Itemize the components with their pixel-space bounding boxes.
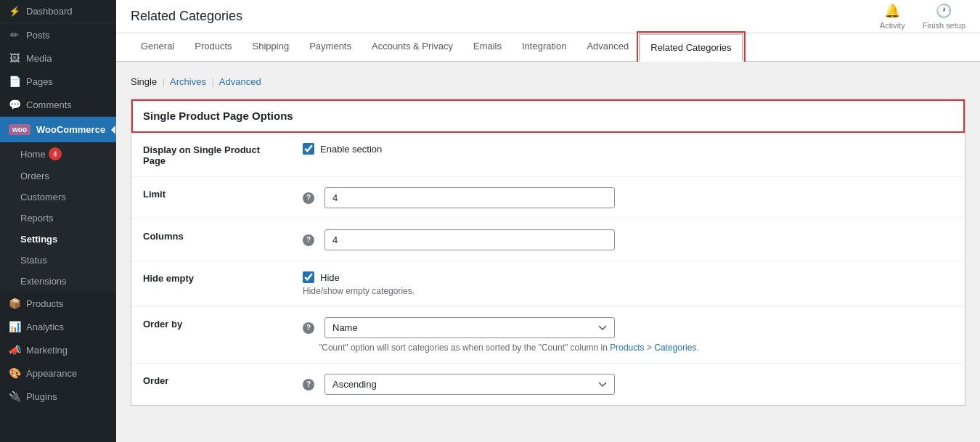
sub-tab-advanced[interactable]: Advanced — [219, 76, 261, 87]
appearance-icon: 🎨 — [9, 367, 20, 379]
order-label-cell: Order — [131, 364, 291, 406]
order-by-control: ? Name Count Slug Term ID "Count" option… — [291, 307, 965, 364]
sidebar-item-home[interactable]: Home 4 — [0, 142, 116, 165]
hide-empty-hint: Hide/show empty categories. — [303, 286, 953, 296]
limit-help-icon[interactable]: ? — [303, 192, 314, 204]
enable-section-checkbox[interactable] — [303, 143, 314, 155]
sidebar-item-appearance[interactable]: 🎨 Appearance — [0, 361, 116, 385]
woo-icon: woo — [9, 124, 30, 135]
posts-label: Posts — [26, 30, 50, 41]
sidebar-item-settings[interactable]: Settings — [0, 229, 116, 250]
sidebar-item-extensions[interactable]: Extensions — [0, 271, 116, 292]
topbar: Related Categories 🔔 Activity 🕐 Finish s… — [116, 0, 980, 33]
products-categories-link[interactable]: Products > Categories — [610, 343, 696, 353]
order-by-label-cell: Order by — [131, 307, 291, 364]
woocommerce-header[interactable]: woo WooCommerce — [0, 117, 116, 142]
order-label: Order — [143, 375, 168, 386]
analytics-label: Analytics — [26, 322, 64, 332]
tab-shipping[interactable]: Shipping — [242, 33, 300, 62]
order-by-help-icon[interactable]: ? — [303, 322, 314, 334]
pages-label: Pages — [26, 76, 53, 87]
row-order: Order ? Ascending Descending — [131, 364, 965, 406]
sidebar-item-media[interactable]: 🖼 Media — [0, 46, 116, 70]
order-by-hint: "Count" option will sort categories as w… — [319, 343, 953, 353]
activity-icon: 🔔 — [884, 3, 900, 19]
appearance-label: Appearance — [26, 368, 77, 379]
hide-empty-label-cell: Hide empty — [131, 261, 291, 307]
row-columns: Columns ? — [131, 219, 965, 261]
display-label: Display on Single Product Page — [131, 133, 291, 177]
topbar-actions: 🔔 Activity 🕐 Finish setup — [880, 3, 965, 30]
sub-tab-single[interactable]: Single — [131, 76, 157, 87]
sidebar-item-analytics[interactable]: 📊 Analytics — [0, 315, 116, 338]
sidebar-item-status[interactable]: Status — [0, 250, 116, 271]
hide-checkbox-label: Hide — [320, 272, 340, 283]
sidebar-item-pages[interactable]: 📄 Pages — [0, 70, 116, 93]
posts-icon: ✏ — [9, 29, 20, 41]
hide-empty-label: Hide empty — [143, 273, 194, 284]
sidebar-item-posts[interactable]: ✏ Posts — [0, 23, 116, 46]
sidebar-item-marketing[interactable]: 📣 Marketing — [0, 338, 116, 361]
dashboard-link[interactable]: ⚡ Dashboard — [0, 0, 116, 23]
sidebar-item-customers[interactable]: Customers — [0, 187, 116, 208]
plugins-icon: 🔌 — [9, 390, 20, 402]
display-control: Enable section — [291, 133, 965, 177]
products-icon: 📦 — [9, 298, 20, 309]
order-select[interactable]: Ascending Descending — [324, 374, 615, 395]
order-help-icon[interactable]: ? — [303, 379, 314, 390]
tab-general[interactable]: General — [131, 33, 184, 62]
tab-payments[interactable]: Payments — [299, 33, 362, 62]
hide-empty-checkbox[interactable] — [303, 271, 314, 283]
dashboard-icon: ⚡ — [9, 6, 20, 17]
finish-setup-icon: 🕐 — [936, 3, 952, 19]
tab-emails[interactable]: Emails — [463, 33, 512, 62]
limit-control: ? — [291, 177, 965, 219]
pages-icon: 📄 — [9, 75, 20, 87]
tab-products[interactable]: Products — [184, 33, 242, 62]
main-content: Related Categories 🔔 Activity 🕐 Finish s… — [116, 0, 980, 442]
row-hide-empty: Hide empty Hide Hide/show empty categori… — [131, 261, 965, 307]
comments-icon: 💬 — [9, 99, 20, 110]
active-indicator — [111, 126, 115, 134]
marketing-label: Marketing — [26, 345, 68, 356]
tab-accounts-privacy[interactable]: Accounts & Privacy — [362, 33, 463, 62]
sub-tab-archives[interactable]: Archives — [170, 76, 206, 87]
tab-advanced[interactable]: Advanced — [576, 33, 639, 62]
finish-setup-label: Finish setup — [923, 21, 965, 30]
content-area: Single | Archives | Advanced Single Prod… — [116, 62, 980, 442]
settings-table: Display on Single Product Page Enable se… — [131, 133, 965, 405]
plugins-label: Plugins — [26, 391, 57, 402]
sidebar-item-plugins[interactable]: 🔌 Plugins — [0, 385, 116, 408]
tab-related-categories[interactable]: Related Categories — [639, 33, 743, 62]
page-title: Related Categories — [131, 9, 242, 24]
limit-input[interactable] — [324, 187, 615, 208]
limit-label: Limit — [143, 189, 166, 200]
enable-section-row: Enable section — [303, 143, 953, 155]
row-limit: Limit ? — [131, 177, 965, 219]
home-badge: 4 — [49, 147, 62, 160]
analytics-icon: 📊 — [9, 321, 20, 332]
activity-label: Activity — [880, 21, 905, 30]
comments-label: Comments — [26, 99, 72, 110]
activity-button[interactable]: 🔔 Activity — [880, 3, 905, 30]
settings-tabs: General Products Shipping Payments Accou… — [116, 33, 980, 62]
sidebar-item-products[interactable]: 📦 Products — [0, 292, 116, 315]
sidebar: ⚡ Dashboard ✏ Posts 🖼 Media 📄 Pages 💬 Co… — [0, 0, 116, 442]
limit-label-cell: Limit — [131, 177, 291, 219]
columns-help-icon[interactable]: ? — [303, 234, 314, 246]
order-by-select[interactable]: Name Count Slug Term ID — [324, 317, 615, 338]
columns-input[interactable] — [324, 229, 615, 250]
row-display: Display on Single Product Page Enable se… — [131, 133, 965, 177]
sidebar-item-reports[interactable]: Reports — [0, 208, 116, 229]
tab-integration[interactable]: Integration — [512, 33, 576, 62]
hide-checkbox-row: Hide — [303, 271, 953, 283]
products-label: Products — [26, 298, 63, 309]
finish-setup-button[interactable]: 🕐 Finish setup — [923, 3, 965, 30]
sidebar-item-comments[interactable]: 💬 Comments — [0, 93, 116, 116]
order-control: ? Ascending Descending — [291, 364, 965, 406]
woocommerce-label: WooCommerce — [36, 124, 105, 135]
columns-label-cell: Columns — [131, 219, 291, 261]
section-box: Single Product Page Options Display on S… — [131, 99, 965, 406]
sidebar-item-orders[interactable]: Orders — [0, 165, 116, 187]
dashboard-label: Dashboard — [26, 6, 73, 17]
